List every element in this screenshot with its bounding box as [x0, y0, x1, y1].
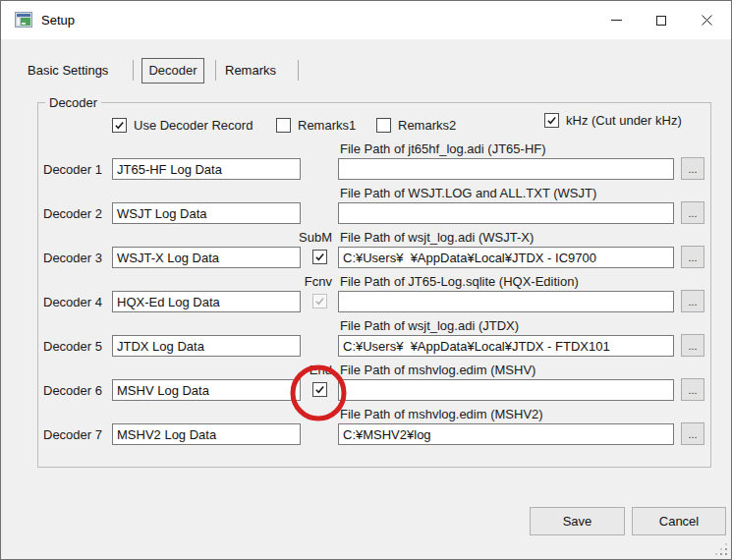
window-title: Setup	[41, 13, 75, 28]
tab-separator	[215, 60, 216, 81]
decoder2-label: Decoder 2	[43, 206, 102, 221]
decoder3-label: Decoder 3	[43, 251, 102, 265]
decoder5-browse-button[interactable]: ...	[681, 334, 704, 357]
decoder-row-2: File Path of WSJT.LOG and ALL.TXT (WSJT)…	[1, 186, 732, 230]
use-decoder-record-option[interactable]: Use Decoder Record	[112, 118, 253, 133]
decoder7-name-input[interactable]	[112, 423, 301, 445]
decoder1-browse-button[interactable]: ...	[681, 157, 704, 180]
decoder4-browse-button[interactable]: ...	[681, 290, 704, 312]
close-icon	[702, 15, 712, 26]
path-label-mshv2: File Path of mshvlog.edim (MSHV2)	[340, 407, 543, 421]
decoder7-label: Decoder 7	[43, 427, 102, 442]
cancel-button[interactable]: Cancel	[632, 507, 726, 535]
tab-decoder[interactable]: Decoder	[141, 58, 204, 84]
decoder4-path-input[interactable]	[338, 291, 674, 312]
maximize-icon	[656, 16, 666, 26]
end-label: End	[274, 363, 332, 377]
decoder6-label: Decoder 6	[43, 383, 102, 398]
app-form-icon	[15, 12, 32, 28]
minimize-icon	[611, 20, 622, 21]
save-button[interactable]: Save	[530, 507, 625, 535]
fcnv-label: Fcnv	[274, 274, 332, 289]
decoder1-path-input[interactable]	[338, 158, 674, 180]
decoder6-name-input[interactable]	[112, 379, 301, 401]
remarks2-label: Remarks2	[398, 118, 456, 133]
khz-cut-option[interactable]: kHz (Cut under kHz)	[544, 113, 682, 128]
decoder-group-label: Decoder	[45, 95, 101, 110]
decoder7-path-input[interactable]	[338, 423, 674, 445]
remarks1-checkbox[interactable]	[276, 118, 291, 133]
decoder1-name-input[interactable]	[112, 158, 301, 180]
decoder-row-5: File Path of wsjt_log.adi (JTDX) Decoder…	[1, 318, 732, 363]
decoder-row-1: File Path of jt65hf_log.adi (JT65-HF) De…	[1, 141, 732, 186]
path-label-wsjtx: File Path of wsjt_log.adi (WSJT-X)	[340, 230, 534, 245]
khz-cut-label: kHz (Cut under kHz)	[566, 113, 682, 128]
tab-remarks[interactable]: Remarks	[225, 63, 276, 78]
decoder2-path-input[interactable]	[338, 202, 674, 224]
close-button[interactable]	[684, 2, 729, 38]
subm-label: SubM	[274, 230, 332, 245]
decoder5-name-input[interactable]	[112, 335, 301, 357]
remarks2-checkbox[interactable]	[376, 118, 391, 133]
tab-basic-settings[interactable]: Basic Settings	[28, 63, 108, 78]
decoder7-browse-button[interactable]: ...	[681, 422, 704, 445]
fcnv-checkbox	[312, 294, 327, 308]
decoder6-browse-button[interactable]: ...	[681, 378, 704, 401]
path-label-jt65hf: File Path of jt65hf_log.adi (JT65-HF)	[340, 141, 546, 156]
decoder4-label: Decoder 4	[43, 295, 102, 309]
decoder1-label: Decoder 1	[43, 162, 102, 177]
decoder-row-6: End File Path of mshvlog.edim (MSHV) Dec…	[1, 363, 732, 407]
decoder-row-4: Fcnv File Path of JT65-Log.sqlite (HQX-E…	[1, 274, 732, 318]
decoder3-path-input[interactable]	[338, 247, 674, 268]
end-checkbox[interactable]	[312, 382, 327, 397]
decoder3-name-input[interactable]	[112, 247, 301, 268]
resize-grip-icon[interactable]	[715, 543, 728, 556]
use-decoder-record-checkbox[interactable]	[112, 118, 127, 133]
decoder5-path-input[interactable]	[338, 335, 674, 357]
tab-separator	[298, 60, 299, 81]
decoder4-name-input[interactable]	[112, 291, 301, 312]
maximize-button[interactable]	[639, 2, 684, 38]
decoder6-path-input[interactable]	[338, 379, 674, 401]
decoder2-name-input[interactable]	[112, 202, 301, 224]
decoder3-browse-button[interactable]: ...	[681, 246, 704, 268]
remarks2-option[interactable]: Remarks2	[376, 118, 456, 133]
remarks1-label: Remarks1	[298, 118, 356, 133]
decoder-row-7: File Path of mshvlog.edim (MSHV2) Decode…	[1, 407, 732, 451]
use-decoder-record-label: Use Decoder Record	[134, 118, 253, 133]
minimize-button[interactable]	[593, 2, 639, 38]
path-label-mshv: File Path of mshvlog.edim (MSHV)	[340, 363, 535, 377]
path-label-wsjt: File Path of WSJT.LOG and ALL.TXT (WSJT)	[340, 186, 596, 200]
subm-checkbox[interactable]	[312, 250, 327, 264]
tab-separator	[133, 60, 134, 81]
remarks1-option[interactable]: Remarks1	[276, 118, 356, 133]
path-label-jtdx: File Path of wsjt_log.adi (JTDX)	[340, 318, 519, 333]
decoder-row-3: SubM File Path of wsjt_log.adi (WSJT-X) …	[1, 230, 732, 274]
decoder2-browse-button[interactable]: ...	[681, 201, 704, 224]
path-label-hqx: File Path of JT65-Log.sqlite (HQX-Editio…	[340, 274, 579, 289]
title-bar[interactable]: Setup	[1, 1, 731, 39]
decoder5-label: Decoder 5	[43, 339, 102, 354]
setup-dialog: Setup Basic Settings Decoder Remarks Dec…	[0, 0, 732, 560]
khz-cut-checkbox[interactable]	[544, 113, 559, 128]
